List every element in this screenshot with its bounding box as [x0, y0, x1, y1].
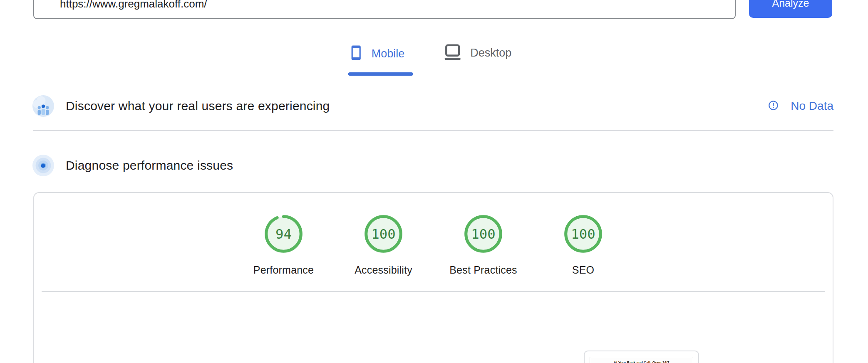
tab-desktop[interactable]: Desktop — [442, 42, 520, 74]
lab-report-card: 94 Performance 100 Accessibility 100 Bes… — [33, 192, 833, 363]
section-divider — [33, 130, 833, 131]
lab-data-header: Diagnose performance issues — [32, 154, 833, 177]
score-gauge-accessibility[interactable]: 100 Accessibility — [334, 214, 434, 276]
lighthouse-gauge-icon — [32, 155, 54, 176]
field-data-status: No Data — [768, 99, 833, 113]
score-value: 100 — [371, 226, 395, 242]
tab-mobile[interactable]: Mobile — [348, 42, 413, 76]
page-screenshot-content: At Your Back and Call: Open 24/7 — [590, 357, 693, 363]
error-outline-icon[interactable] — [768, 100, 779, 113]
score-value: 100 — [471, 226, 495, 242]
score-gauge-best-practices[interactable]: 100 Best Practices — [434, 214, 533, 276]
crux-users-icon — [32, 95, 54, 117]
tab-mobile-label: Mobile — [372, 47, 405, 60]
page-screenshot-thumbnail: At Your Back and Call: Open 24/7 — [584, 351, 699, 363]
score-value: 94 — [275, 226, 292, 242]
score-value: 100 — [571, 226, 595, 242]
no-data-label: No Data — [791, 99, 833, 113]
analyze-button-label: Analyze — [772, 0, 809, 9]
device-tabs: Mobile Desktop — [348, 42, 520, 76]
laptop-icon — [442, 42, 463, 63]
score-ring: 100 — [364, 214, 403, 254]
category-scores-row: 94 Performance 100 Accessibility 100 Bes… — [34, 214, 833, 276]
score-ring: 94 — [264, 214, 303, 254]
analyze-button[interactable]: Analyze — [749, 0, 832, 18]
score-label: SEO — [572, 264, 594, 276]
url-input[interactable] — [33, 0, 736, 19]
score-label: Performance — [253, 264, 314, 276]
score-label: Best Practices — [449, 264, 517, 276]
screenshot-page-heading: At Your Back and Call: Open 24/7 — [590, 361, 693, 363]
score-ring: 100 — [563, 214, 603, 254]
score-gauge-seo[interactable]: 100 SEO — [533, 214, 633, 276]
score-ring: 100 — [464, 214, 503, 254]
scores-divider — [42, 291, 825, 292]
field-data-title: Discover what your real users are experi… — [66, 99, 330, 113]
field-data-header: Discover what your real users are experi… — [32, 95, 833, 117]
score-label: Accessibility — [355, 264, 412, 276]
score-gauge-performance[interactable]: 94 Performance — [234, 214, 334, 276]
tab-desktop-label: Desktop — [470, 47, 511, 59]
lab-data-title: Diagnose performance issues — [66, 158, 233, 173]
smartphone-icon — [348, 42, 364, 65]
active-tab-underline — [348, 72, 413, 76]
